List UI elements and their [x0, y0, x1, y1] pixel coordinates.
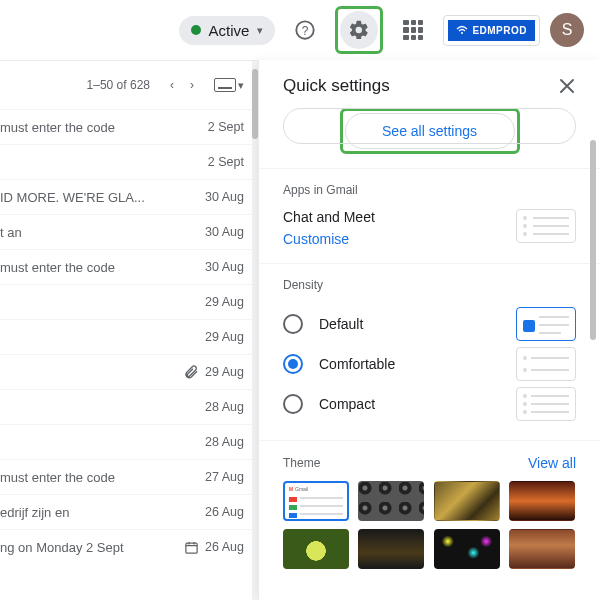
top-bar: Active ▾ ? EDMPROD S	[0, 0, 600, 60]
density-section-title: Density	[283, 278, 576, 292]
email-subject: ng on Monday 2 Sept	[0, 540, 130, 555]
input-tools-button[interactable]: ▾	[214, 78, 244, 92]
email-subject: t an	[0, 225, 28, 240]
main-area: 1–50 of 628 ‹ › ▾ must enter the code2 S…	[0, 60, 600, 600]
density-option[interactable]: Compact	[283, 384, 576, 424]
email-row[interactable]: ID MORE. WE'RE GLA...30 Aug	[0, 179, 258, 214]
email-row[interactable]: 28 Aug	[0, 389, 258, 424]
svg-point-2	[461, 32, 463, 34]
chevron-down-icon: ▾	[257, 24, 263, 37]
email-row[interactable]: 29 Aug	[0, 284, 258, 319]
email-subject: must enter the code	[0, 120, 121, 135]
panel-title: Quick settings	[283, 76, 390, 96]
email-row[interactable]: 2 Sept	[0, 144, 258, 179]
email-date: 29 Aug	[205, 330, 244, 344]
help-icon: ?	[294, 19, 316, 41]
settings-highlight	[335, 6, 383, 54]
theme-option[interactable]	[434, 481, 500, 521]
theme-option[interactable]	[283, 529, 349, 569]
view-all-themes-link[interactable]: View all	[528, 455, 576, 471]
theme-option[interactable]	[358, 481, 424, 521]
email-list: 1–50 of 628 ‹ › ▾ must enter the code2 S…	[0, 60, 258, 600]
theme-option[interactable]	[358, 529, 424, 569]
attachment-icon	[183, 364, 199, 380]
apps-subtitle: Chat and Meet	[283, 209, 375, 225]
svg-text:?: ?	[302, 24, 309, 38]
email-date: 26 Aug	[205, 505, 244, 519]
email-date: 28 Aug	[205, 435, 244, 449]
close-button[interactable]	[558, 77, 576, 95]
email-date: 2 Sept	[208, 155, 244, 169]
email-row[interactable]: 29 Aug	[0, 319, 258, 354]
status-label: Active	[209, 22, 250, 39]
density-preview	[516, 347, 576, 381]
email-date: 28 Aug	[205, 400, 244, 414]
email-row[interactable]: t an30 Aug	[0, 214, 258, 249]
radio-button[interactable]	[283, 394, 303, 414]
help-button[interactable]: ?	[285, 10, 325, 50]
email-date: 30 Aug	[205, 225, 244, 239]
avatar-initial: S	[562, 21, 573, 39]
apps-section: Apps in Gmail Chat and Meet Customise	[259, 168, 600, 263]
theme-option[interactable]	[434, 529, 500, 569]
density-option[interactable]: Comfortable	[283, 344, 576, 384]
apps-preview	[516, 209, 576, 243]
email-row[interactable]: must enter the code30 Aug	[0, 249, 258, 284]
email-rows: must enter the code2 Sept2 SeptID MORE. …	[0, 109, 258, 564]
density-label: Comfortable	[319, 356, 500, 372]
calendar-icon	[184, 540, 199, 555]
email-row[interactable]: ng on Monday 2 Sept26 Aug	[0, 529, 258, 564]
email-date: 29 Aug	[205, 365, 244, 379]
see-all-settings-button[interactable]: See all settings	[345, 113, 515, 149]
see-all-highlight: See all settings	[340, 108, 520, 154]
theme-option[interactable]	[509, 481, 575, 521]
density-preview	[516, 307, 576, 341]
density-section: Density DefaultComfortableCompact	[259, 263, 600, 440]
density-option[interactable]: Default	[283, 304, 576, 344]
pager: ‹ ›	[164, 74, 200, 96]
chevron-down-icon: ▾	[238, 79, 244, 92]
panel-scrollbar[interactable]	[590, 120, 596, 592]
list-toolbar: 1–50 of 628 ‹ › ▾	[0, 61, 258, 109]
presence-dot-icon	[191, 25, 201, 35]
avatar[interactable]: S	[550, 13, 584, 47]
email-row[interactable]: must enter the code2 Sept	[0, 109, 258, 144]
email-date: 27 Aug	[205, 470, 244, 484]
quick-settings-panel: Quick settings See all settings Apps in …	[258, 60, 600, 600]
see-all-wrap: See all settings	[259, 108, 600, 168]
email-date: 26 Aug	[205, 540, 244, 554]
close-icon	[558, 77, 576, 95]
email-date: 2 Sept	[208, 120, 244, 134]
email-subject: edrijf zijn en	[0, 505, 75, 520]
email-subject: must enter the code	[0, 260, 121, 275]
gear-icon	[348, 19, 370, 41]
email-subject: ID MORE. WE'RE GLA...	[0, 190, 151, 205]
email-row[interactable]: 28 Aug	[0, 424, 258, 459]
wifi-icon	[456, 25, 468, 35]
keyboard-icon	[214, 78, 236, 92]
apps-button[interactable]	[393, 10, 433, 50]
email-row[interactable]: must enter the code27 Aug	[0, 459, 258, 494]
settings-button[interactable]	[340, 11, 378, 49]
see-all-label: See all settings	[382, 123, 477, 139]
theme-default[interactable]: M Gmail	[283, 481, 349, 521]
theme-section: Theme View all M Gmail	[259, 440, 600, 585]
customise-link[interactable]: Customise	[283, 231, 375, 247]
radio-button[interactable]	[283, 314, 303, 334]
email-row[interactable]: 29 Aug	[0, 354, 258, 389]
email-subject: must enter the code	[0, 470, 121, 485]
email-date: 29 Aug	[205, 295, 244, 309]
radio-button[interactable]	[283, 354, 303, 374]
email-row[interactable]: edrijf zijn en26 Aug	[0, 494, 258, 529]
apps-section-title: Apps in Gmail	[283, 183, 576, 197]
density-label: Compact	[319, 396, 500, 412]
theme-section-title: Theme	[283, 456, 320, 470]
account-logo[interactable]: EDMPROD	[443, 15, 540, 46]
panel-header: Quick settings	[259, 64, 600, 108]
next-page-button[interactable]: ›	[184, 74, 200, 96]
prev-page-button[interactable]: ‹	[164, 74, 180, 96]
apps-grid-icon	[403, 20, 423, 40]
theme-option[interactable]	[509, 529, 575, 569]
logo-text: EDMPROD	[472, 25, 527, 36]
status-chip[interactable]: Active ▾	[179, 16, 276, 45]
